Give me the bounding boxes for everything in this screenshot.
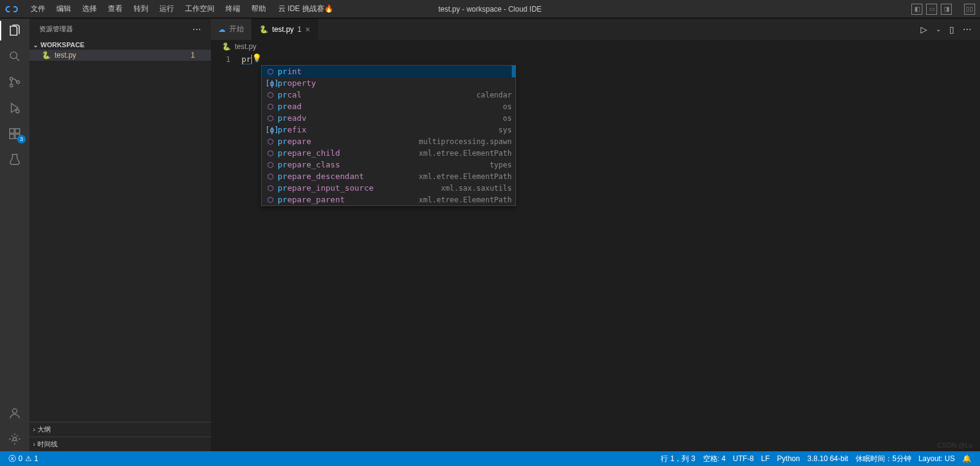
run-icon[interactable]: ▷ — [921, 25, 927, 34]
menu-bar: 文件 编辑 选择 查看 转到 运行 工作空间 终端 帮助 云 IDE 挑战赛🔥 — [26, 1, 338, 17]
status-notifications-icon[interactable]: 🔔 — [959, 454, 975, 464]
suggestion-detail: os — [503, 102, 512, 111]
svg-point-3 — [17, 81, 20, 84]
python-file-icon: 🐍 — [222, 42, 231, 51]
suggestion-item[interactable]: ⬡prcalcalendar — [262, 89, 515, 101]
status-cursor-pos[interactable]: 行 1，列 3 — [657, 454, 699, 464]
status-encoding[interactable]: UTF-8 — [729, 454, 758, 464]
suggestion-item[interactable]: ⬡prepare_childxml.etree.ElementPath — [262, 147, 515, 159]
run-dropdown-icon[interactable]: ⌄ — [936, 26, 941, 32]
outline-label: 大纲 — [37, 425, 51, 434]
menu-terminal[interactable]: 终端 — [221, 1, 245, 17]
file-tree-item[interactable]: 🐍 test.py 1 — [29, 50, 211, 61]
variable-icon: [ϕ] — [265, 79, 275, 88]
chevron-right-icon: › — [33, 426, 35, 433]
outline-section[interactable]: ›大纲 — [29, 422, 211, 437]
layout-custom-icon[interactable]: ▯▯ — [964, 4, 975, 15]
suggestion-rest: operty — [287, 78, 316, 88]
extensions-icon[interactable]: 3 — [7, 126, 22, 141]
suggestion-item[interactable]: ⬡preadvos — [262, 112, 515, 124]
code-line-1[interactable]: pr💡 — [241, 53, 262, 451]
suggestion-item[interactable]: [ϕ]prefixsys — [262, 124, 515, 136]
svg-rect-7 — [10, 134, 14, 139]
suggestion-scrollbar[interactable] — [512, 66, 515, 77]
status-python-version[interactable]: 3.8.10 64-bit — [803, 454, 852, 464]
layout-sidebar-left-icon[interactable]: ◧ — [911, 4, 922, 15]
source-control-icon[interactable] — [7, 75, 22, 90]
suggestion-item[interactable]: ⬡prepare_classtypes — [262, 159, 515, 170]
suggestion-rest: epare — [287, 137, 311, 146]
titlebar-actions: ◧ ▭ ◨ ▯▯ — [911, 4, 975, 15]
method-icon: ⬡ — [265, 161, 275, 169]
suggestion-detail: xml.etree.ElementPath — [419, 172, 512, 181]
suggestion-match: pr — [278, 172, 287, 181]
method-icon: ⬡ — [265, 149, 275, 158]
suggestion-item[interactable]: ⬡prepare_parentxml.etree.ElementPath — [262, 194, 515, 205]
method-icon: ⬡ — [265, 91, 275, 99]
suggestion-item[interactable]: ⬡prepare_descendantxml.etree.ElementPath — [262, 170, 515, 182]
sidebar-header: 资源管理器 ⋯ — [29, 18, 211, 40]
status-problems[interactable]: ⓧ0 ⚠1 — [5, 454, 42, 464]
svg-point-9 — [12, 409, 17, 413]
svg-point-10 — [13, 437, 17, 441]
menu-workspace[interactable]: 工作空间 — [180, 1, 219, 17]
line-number: 1 — [211, 53, 241, 451]
activity-bar: 3 — [0, 18, 29, 451]
menu-edit[interactable]: 编辑 — [51, 1, 76, 17]
menu-run[interactable]: 运行 — [154, 1, 179, 17]
python-file-icon: 🐍 — [259, 25, 268, 34]
suggestion-rest: eadv — [287, 113, 306, 123]
status-indentation[interactable]: 空格: 4 — [699, 454, 729, 464]
accounts-icon[interactable] — [7, 406, 22, 421]
search-icon[interactable] — [7, 49, 22, 64]
suggestion-detail: calendar — [476, 91, 512, 99]
suggestion-match: pr — [278, 90, 287, 99]
status-eol[interactable]: LF — [758, 454, 773, 464]
suggestion-item[interactable]: ⬡prepare_input_sourcexml.sax.saxutils — [262, 182, 515, 194]
close-icon[interactable]: × — [305, 25, 310, 34]
suggestion-match: pr — [278, 125, 287, 134]
suggestion-item[interactable]: ⬡print — [262, 66, 515, 77]
explorer-icon[interactable] — [7, 23, 22, 38]
suggestion-detail: xml.etree.ElementPath — [419, 196, 512, 204]
suggestion-item[interactable]: ⬡preados — [262, 101, 515, 112]
titlebar: 文件 编辑 选择 查看 转到 运行 工作空间 终端 帮助 云 IDE 挑战赛🔥 … — [0, 0, 980, 18]
layout-panel-icon[interactable]: ▭ — [926, 4, 937, 15]
menu-view[interactable]: 查看 — [103, 1, 127, 17]
sidebar: 资源管理器 ⋯ ⌄ WORKSPACE 🐍 test.py 1 ›大纲 ›时间线 — [29, 18, 211, 451]
warning-icon: ⚠ — [25, 454, 32, 463]
menu-file[interactable]: 文件 — [26, 1, 50, 17]
status-keyboard-layout[interactable]: Layout: US — [915, 454, 959, 464]
breadcrumb-file: test.py — [235, 42, 256, 51]
status-sleep-timer[interactable]: 休眠时间：5分钟 — [852, 454, 915, 464]
menu-selection[interactable]: 选择 — [77, 1, 102, 17]
sidebar-more-icon[interactable]: ⋯ — [192, 25, 201, 34]
run-debug-icon[interactable] — [7, 101, 22, 115]
window-title: test.py - workspace - Cloud IDE — [438, 5, 542, 13]
more-actions-icon[interactable]: ⋯ — [963, 25, 971, 34]
suggestion-match: pr — [278, 67, 287, 76]
timeline-section[interactable]: ›时间线 — [29, 437, 211, 451]
menu-challenge[interactable]: 云 IDE 挑战赛🔥 — [273, 1, 338, 17]
tab-testpy[interactable]: 🐍 test.py 1 × — [252, 18, 318, 40]
timeline-label: 时间线 — [37, 440, 58, 449]
suggestion-rest: cal — [287, 90, 302, 99]
tab-start[interactable]: ☁ 开始 — [211, 18, 252, 40]
lightbulb-icon[interactable]: 💡 — [252, 53, 262, 63]
suggestion-item[interactable]: ⬡preparemultiprocessing.spawn — [262, 136, 515, 147]
suggestion-item[interactable]: [ϕ]property — [262, 77, 515, 89]
logo-icon — [5, 5, 18, 13]
workspace-header[interactable]: ⌄ WORKSPACE — [29, 40, 211, 50]
error-count: 0 — [18, 454, 23, 463]
layout-sidebar-right-icon[interactable]: ◨ — [941, 4, 952, 15]
menu-help[interactable]: 帮助 — [246, 1, 271, 17]
split-editor-icon[interactable]: ▯ — [949, 25, 954, 34]
workspace-name: WORKSPACE — [40, 41, 85, 48]
svg-rect-5 — [10, 129, 14, 133]
status-language[interactable]: Python — [773, 454, 803, 464]
breadcrumb[interactable]: 🐍 test.py — [211, 40, 980, 53]
suggestion-widget: ⬡print[ϕ]property⬡prcalcalendar⬡preados⬡… — [261, 65, 516, 206]
testing-icon[interactable] — [7, 152, 22, 167]
settings-icon[interactable] — [7, 432, 22, 446]
menu-go[interactable]: 转到 — [129, 1, 153, 17]
